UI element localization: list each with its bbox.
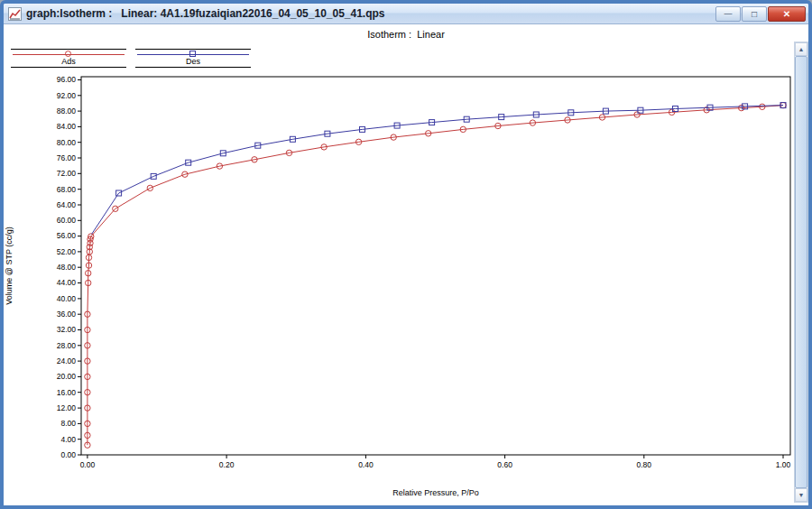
svg-text:88.00: 88.00 [57, 106, 77, 116]
des-square-marker-icon [189, 51, 196, 57]
svg-text:36.00: 36.00 [57, 310, 77, 319]
svg-text:4.00: 4.00 [60, 435, 76, 444]
svg-text:24.00: 24.00 [57, 356, 77, 366]
chart-subtitle: Isotherm : Linear [4, 29, 808, 40]
svg-text:32.00: 32.00 [57, 325, 77, 334]
scroll-up-icon[interactable]: ▲ [795, 42, 807, 56]
svg-text:12.00: 12.00 [57, 403, 77, 412]
svg-text:1.00: 1.00 [776, 460, 791, 469]
svg-text:20.00: 20.00 [57, 372, 77, 381]
svg-text:44.00: 44.00 [57, 278, 77, 287]
scroll-down-icon[interactable]: ▼ [795, 488, 807, 502]
window-title: graph:Isotherm : Linear: 4A1.19fuzaiqian… [26, 7, 715, 20]
svg-text:16.00: 16.00 [57, 388, 77, 397]
svg-text:0.00: 0.00 [60, 450, 76, 459]
title-bar[interactable]: graph:Isotherm : Linear: 4A1.19fuzaiqian… [4, 4, 808, 24]
svg-text:56.00: 56.00 [57, 231, 77, 240]
line-chart-icon [9, 8, 21, 20]
des-line-swatch [137, 54, 249, 55]
ads-circle-marker-icon [65, 51, 71, 57]
svg-text:0.60: 0.60 [497, 460, 512, 469]
svg-text:28.00: 28.00 [57, 341, 77, 350]
svg-text:Volume @ STP (cc/g): Volume @ STP (cc/g) [5, 227, 14, 305]
svg-text:72.00: 72.00 [57, 169, 77, 178]
svg-text:96.00: 96.00 [57, 75, 77, 84]
svg-text:68.00: 68.00 [57, 185, 77, 194]
app-icon [8, 7, 22, 21]
window-content: Isotherm : Linear Ads Des 0.004.008.0012… [4, 24, 808, 506]
window-controls: — □ ✕ [715, 6, 806, 22]
svg-text:76.00: 76.00 [57, 153, 77, 162]
isotherm-chart[interactable]: 0.004.008.0012.0016.0020.0024.0028.0032.… [4, 64, 794, 501]
svg-text:84.00: 84.00 [57, 122, 77, 131]
svg-text:48.00: 48.00 [57, 263, 77, 272]
app-window: graph:Isotherm : Linear: 4A1.19fuzaiqian… [0, 0, 812, 509]
scrollbar-thumb[interactable] [795, 56, 807, 488]
svg-text:0.20: 0.20 [219, 460, 235, 469]
ads-line-swatch [13, 54, 125, 55]
minimize-button[interactable]: — [715, 6, 741, 22]
svg-text:92.00: 92.00 [57, 91, 77, 100]
svg-text:52.00: 52.00 [57, 247, 77, 256]
svg-text:64.00: 64.00 [57, 200, 77, 209]
svg-text:0.40: 0.40 [358, 460, 374, 469]
chart-canvas[interactable]: 0.004.008.0012.0016.0020.0024.0028.0032.… [4, 64, 794, 501]
svg-text:0.00: 0.00 [80, 460, 96, 469]
close-button[interactable]: ✕ [768, 6, 806, 22]
vertical-scrollbar[interactable]: ▲ ▼ [794, 42, 808, 503]
svg-text:40.00: 40.00 [57, 294, 77, 303]
svg-text:0.80: 0.80 [637, 460, 652, 469]
svg-text:Relative Pressure, P/Po: Relative Pressure, P/Po [392, 488, 479, 497]
svg-text:80.00: 80.00 [57, 138, 77, 147]
svg-text:60.00: 60.00 [57, 216, 77, 225]
svg-text:8.00: 8.00 [60, 419, 76, 428]
maximize-button[interactable]: □ [742, 6, 767, 22]
